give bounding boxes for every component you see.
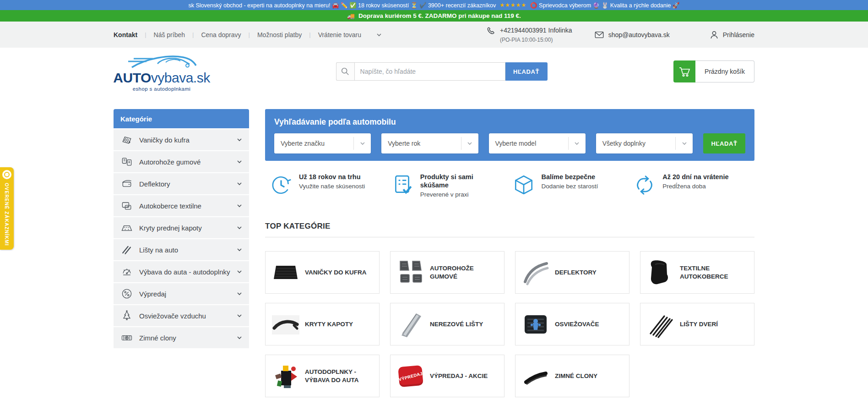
sidebar-title: Kategórie bbox=[114, 109, 249, 128]
trunk-tray-icon bbox=[120, 133, 134, 146]
sidebar-item-label: Autorohože gumové bbox=[139, 158, 201, 166]
cart-widget[interactable]: Prázdny košík bbox=[673, 60, 754, 82]
sidebar-item-autorohoze-gumove[interactable]: Autorohože gumové bbox=[114, 151, 249, 172]
feature-title: Balíme bezpečne bbox=[542, 173, 598, 181]
winter-screen-image bbox=[521, 362, 550, 391]
sidebar-item-label: Osviežovače vzduchu bbox=[139, 312, 206, 320]
sidebar-item-vypredaj[interactable]: Výpredaj bbox=[114, 283, 249, 304]
category-sidebar: Kategórie Vaničky do kufra bbox=[114, 109, 249, 397]
feature-returns: Až 20 dní na vrátenie Predĺžena doba bbox=[633, 173, 754, 198]
accessories-image bbox=[271, 362, 300, 391]
category-card-nerezove-listy[interactable]: NEREZOVÉ LIŠTY bbox=[390, 303, 505, 345]
sidebar-item-autokoberce-textilne[interactable]: Autokoberce textilne bbox=[114, 195, 249, 216]
category-card-osviezovace[interactable]: OSVIEŽOVAČE bbox=[515, 303, 629, 345]
sale-badge-image: VÝPREDAJ bbox=[396, 362, 425, 391]
logo-car-icon bbox=[118, 52, 205, 71]
phone-contact[interactable]: +421944003991 Infolinka (PO-PIA 10:00-15… bbox=[486, 26, 572, 44]
top-nav: Kontakt | Náš príbeh | Cena dopravy | Mo… bbox=[0, 22, 868, 48]
checklist-icon bbox=[391, 174, 414, 197]
category-card-zimne-clony[interactable]: ZIMNÉ CLONY bbox=[515, 355, 629, 397]
chevron-down-icon bbox=[675, 137, 693, 150]
feature-subtitle: Preverené v praxi bbox=[420, 191, 489, 198]
divider bbox=[265, 237, 754, 237]
chevron-down-icon bbox=[236, 203, 243, 209]
sidebar-item-label: Výpredaj bbox=[139, 290, 166, 298]
brand-select[interactable]: Vyberte značku bbox=[274, 133, 371, 153]
category-card-label: OSVIEŽOVAČE bbox=[555, 320, 599, 329]
promo-text-right: ⭕ Sprievodca výberom 🔮 🐰 Kvalita a rýchl… bbox=[530, 2, 679, 9]
phone-icon bbox=[486, 26, 496, 36]
brand-select-value: Vyberte značku bbox=[274, 140, 353, 147]
chevron-down-icon bbox=[461, 137, 478, 150]
category-card-label: KRYTY KAPOTY bbox=[305, 320, 353, 329]
nav-link-kontakt[interactable]: Kontakt bbox=[114, 31, 137, 38]
category-card-label: TEXTILNE AUTOKOBERCE bbox=[680, 264, 749, 280]
phone-hours: (PO-PIA 10:00-15:00) bbox=[500, 37, 553, 43]
category-card-label: AUTOROHOŽE GUMOVÉ bbox=[430, 264, 499, 280]
category-card-deflektory[interactable]: DEFLEKTORY bbox=[515, 251, 629, 294]
login-button[interactable]: Prihlásenie bbox=[709, 30, 754, 40]
sidebar-item-zimne-clony[interactable]: Zimné clony bbox=[114, 327, 249, 348]
chevron-down-icon bbox=[236, 268, 243, 275]
accessory-select[interactable]: Všetky doplnky bbox=[596, 133, 693, 153]
nav-separator: | bbox=[309, 31, 310, 38]
nav-more-chevron-icon[interactable] bbox=[376, 32, 382, 38]
page: sk Slovenský obchod - experti na autodop… bbox=[0, 0, 868, 400]
cart-icon bbox=[673, 60, 695, 82]
nav-link-vratenie-tovaru[interactable]: Vrátenie tovaru bbox=[318, 31, 361, 38]
category-card-autorohoze[interactable]: AUTOROHOŽE GUMOVÉ bbox=[390, 251, 505, 294]
accessory-select-value: Všetky doplnky bbox=[596, 140, 675, 147]
sidebar-item-label: Lišty na auto bbox=[139, 246, 178, 254]
sidebar-item-label: Zimné clony bbox=[139, 334, 176, 342]
nav-link-cena-dopravy[interactable]: Cena dopravy bbox=[201, 31, 241, 38]
sidebar-item-label: Autokoberce textilne bbox=[139, 202, 201, 210]
promo-text-left: sk Slovenský obchod - experti na autodop… bbox=[189, 2, 496, 9]
sidebar-item-listy-na-auto[interactable]: Lišty na auto bbox=[114, 239, 249, 260]
deflector-icon bbox=[120, 177, 134, 190]
textile-mat-image bbox=[646, 258, 675, 287]
nav-separator: | bbox=[249, 31, 250, 38]
category-card-kryty-kapoty[interactable]: KRYTY KAPOTY bbox=[265, 303, 380, 345]
steel-strip-image bbox=[396, 310, 425, 339]
logo-subtitle: eshop s autodoplnkami bbox=[133, 86, 191, 92]
category-card-label: ZIMNÉ CLONY bbox=[555, 372, 597, 380]
verified-customers-badge[interactable]: OVERENÉ ZÁKAZNÍKMI bbox=[0, 167, 14, 250]
percent-icon bbox=[120, 287, 134, 300]
chevron-down-icon bbox=[236, 334, 243, 341]
search-input[interactable] bbox=[354, 62, 505, 81]
category-card-label: AUTODOPLNKY - VÝBAVA DO AUTA bbox=[305, 368, 374, 384]
year-select[interactable]: Vyberte rok bbox=[381, 133, 478, 153]
category-card-listy-dveri[interactable]: LIŠTY DVERÍ bbox=[640, 303, 754, 345]
search-button[interactable]: HĽADAŤ bbox=[505, 62, 548, 81]
sidebar-item-deflektory[interactable]: Deflektory bbox=[114, 173, 249, 194]
car-search-button[interactable]: HĽADAŤ bbox=[703, 133, 745, 153]
category-card-textilne[interactable]: TEXTILNE AUTOKOBERCE bbox=[640, 251, 754, 294]
sidebar-item-label: Vaničky do kufra bbox=[139, 136, 190, 144]
nav-link-nas-pribeh[interactable]: Náš príbeh bbox=[154, 31, 185, 38]
hood-cover-image bbox=[271, 310, 300, 339]
category-grid: VANIČKY DO KUFRA AUT bbox=[265, 251, 754, 397]
category-card-vanicky[interactable]: VANIČKY DO KUFRA bbox=[265, 251, 380, 294]
return-arrows-icon bbox=[633, 174, 656, 197]
site-logo[interactable]: AUTOvybava.sk eshop s autodoplnkami bbox=[114, 52, 210, 92]
email-contact[interactable]: shop@autovybava.sk bbox=[594, 31, 670, 39]
category-card-label: NEREZOVÉ LIŠTY bbox=[430, 320, 483, 329]
promo-bar: sk Slovenský obchod - experti na autodop… bbox=[0, 0, 868, 10]
package-icon bbox=[512, 174, 535, 197]
air-freshener-image bbox=[521, 310, 550, 339]
sidebar-item-kryty-prednej-kapoty[interactable]: Kryty prednej kapoty bbox=[114, 217, 249, 238]
mail-icon bbox=[594, 31, 604, 39]
sidebar-item-osviezovace-vzduchu[interactable]: Osviežovače vzduchu bbox=[114, 305, 249, 326]
category-card-autodoplnky[interactable]: AUTODOPLNKY - VÝBAVA DO AUTA bbox=[265, 355, 380, 397]
sidebar-item-vanicky-do-kufra[interactable]: Vaničky do kufra bbox=[114, 129, 249, 150]
car-search-title: Vyhľadávanie podľa automobilu bbox=[274, 117, 745, 127]
sidebar-item-vybava-do-auta[interactable]: Výbava do auta - autodoplnky bbox=[114, 261, 249, 282]
hood-cover-icon bbox=[120, 221, 134, 234]
gauge-icon bbox=[120, 265, 134, 278]
nav-link-moznosti-platby[interactable]: Možnosti platby bbox=[257, 31, 302, 38]
category-card-vypredaj[interactable]: VÝPREDAJ VÝPREDAJ - AKCIE bbox=[390, 355, 505, 397]
model-select[interactable]: Vyberte model bbox=[489, 133, 586, 153]
nav-right: +421944003991 Infolinka (PO-PIA 10:00-15… bbox=[486, 26, 754, 44]
category-card-label: LIŠTY DVERÍ bbox=[680, 320, 718, 329]
logo-title-rest: vybava.sk bbox=[151, 70, 210, 85]
